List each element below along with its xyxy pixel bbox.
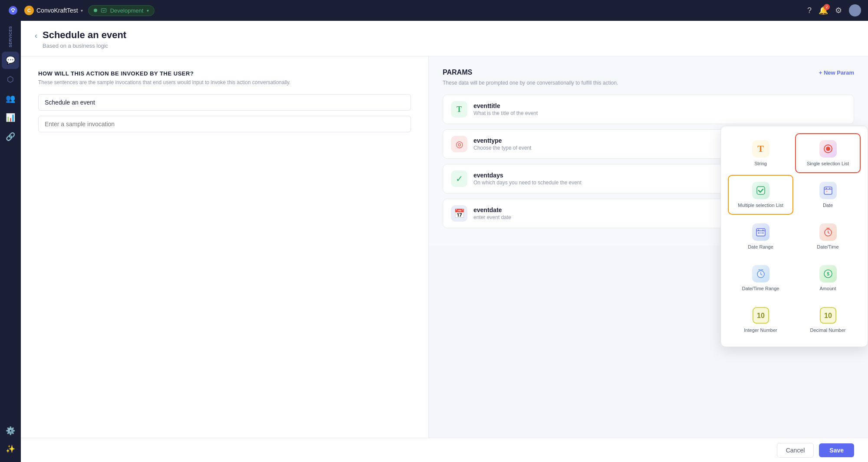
type-label-date-range: Date Range xyxy=(748,244,773,249)
type-item-decimal[interactable]: 10 Decimal Number xyxy=(795,300,861,340)
save-button[interactable]: Save xyxy=(819,443,854,457)
date-range-icon xyxy=(752,223,769,241)
svg-rect-5 xyxy=(757,187,765,194)
type-item-datetime[interactable]: Date/Time xyxy=(795,216,861,256)
sidebar-item-analytics[interactable]: 📊 xyxy=(2,109,19,126)
type-label-datetime: Date/Time xyxy=(817,244,838,249)
params-header: PARAMS + New Param xyxy=(443,69,854,76)
svg-rect-8 xyxy=(829,188,830,190)
env-icon xyxy=(101,7,107,13)
param-desc-eventdays: On which days you need to schedule the e… xyxy=(473,180,582,186)
param-icon-eventtitle: T xyxy=(451,101,467,118)
param-desc-eventtitle: What is the title of the event xyxy=(473,110,538,116)
param-info-eventtype: eventtype Choose the type of event xyxy=(473,137,531,151)
type-item-date[interactable]: Date xyxy=(795,175,861,215)
type-label-string: String xyxy=(754,161,767,166)
svg-rect-10 xyxy=(756,229,765,236)
sidebar-item-settings[interactable]: ⚙️ xyxy=(2,422,19,439)
svg-point-4 xyxy=(826,147,830,151)
invocation-input-1[interactable] xyxy=(38,94,411,111)
environment-badge[interactable]: Development ▾ xyxy=(88,5,155,16)
svg-point-9 xyxy=(826,191,827,192)
content-area: HOW WILL THIS ACTION BE INVOKED BY THE U… xyxy=(21,56,868,462)
type-label-decimal: Decimal Number xyxy=(810,328,846,333)
amount-icon: $ xyxy=(819,265,837,282)
bottom-bar: Cancel Save xyxy=(21,438,868,462)
sidebar: Services 💬 ⬡ 👥 📊 🔗 ⚙️ ✨ xyxy=(0,21,21,462)
new-param-button[interactable]: + New Param xyxy=(819,69,854,76)
svg-text:10: 10 xyxy=(824,312,832,319)
nav-right: ? 🔔 2 ⚙ xyxy=(807,4,861,16)
type-label-date: Date xyxy=(823,203,833,208)
type-item-string[interactable]: T String xyxy=(728,133,793,173)
back-button[interactable]: ‹ xyxy=(35,31,37,40)
integer-icon: 10 xyxy=(752,307,769,324)
param-icon-eventdays: ✓ xyxy=(451,170,467,187)
cancel-button[interactable]: Cancel xyxy=(777,443,814,458)
datetime-icon xyxy=(819,223,837,241)
page-header: ‹ Schedule an event Based on a business … xyxy=(21,21,868,56)
single-selection-icon xyxy=(819,140,837,157)
svg-rect-12 xyxy=(763,229,763,231)
params-desc: These data will be prompted one by one c… xyxy=(443,80,854,86)
type-item-integer[interactable]: 10 Integer Number xyxy=(728,300,793,340)
type-item-multi-selection[interactable]: Multiple selection List xyxy=(728,175,793,215)
top-nav: C ConvoKraftTest ▾ Development ▾ ? 🔔 2 ⚙ xyxy=(0,0,868,21)
param-icon-eventtype: ◎ xyxy=(451,136,467,152)
user-avatar[interactable] xyxy=(849,4,861,16)
svg-text:10: 10 xyxy=(757,312,765,319)
type-label-amount: Amount xyxy=(820,286,836,291)
sidebar-item-users[interactable]: 👥 xyxy=(2,90,19,107)
param-name-eventtype: eventtype xyxy=(473,137,531,144)
sidebar-section-top: Services 💬 ⬡ 👥 📊 🔗 xyxy=(0,24,21,146)
sidebar-item-ai[interactable]: ✨ xyxy=(2,440,19,458)
param-name-eventdate: eventdate xyxy=(473,206,511,213)
project-name[interactable]: C ConvoKraftTest ▾ xyxy=(24,6,83,15)
type-label-multi-selection: Multiple selection List xyxy=(738,203,783,208)
page-subtitle: Based on a business logic xyxy=(43,43,126,49)
svg-point-13 xyxy=(758,233,759,234)
svg-rect-2 xyxy=(101,9,106,12)
sidebar-section-bottom: ⚙️ ✨ xyxy=(2,421,19,459)
main-content: ‹ Schedule an event Based on a business … xyxy=(21,21,868,462)
left-panel: HOW WILL THIS ACTION BE INVOKED BY THE U… xyxy=(21,56,429,462)
datetime-range-icon xyxy=(752,265,769,282)
sidebar-item-chat[interactable]: 💬 xyxy=(2,52,19,69)
decimal-icon: 10 xyxy=(819,307,837,324)
type-item-amount[interactable]: $ Amount xyxy=(795,258,861,298)
type-item-single-selection[interactable]: Single selection List xyxy=(795,133,861,173)
svg-point-1 xyxy=(12,10,14,12)
right-panel-wrapper: PARAMS + New Param These data will be pr… xyxy=(429,56,868,462)
notifications-button[interactable]: 🔔 2 xyxy=(819,6,828,15)
sidebar-item-integrations[interactable]: 🔗 xyxy=(2,128,19,145)
help-button[interactable]: ? xyxy=(807,6,812,15)
param-name-eventtitle: eventtitle xyxy=(473,102,538,109)
svg-rect-11 xyxy=(758,229,759,231)
invocation-input-2[interactable] xyxy=(38,116,411,132)
param-info-eventdate: eventdate enter event date xyxy=(473,206,511,220)
param-desc-eventdate: enter event date xyxy=(473,214,511,220)
env-status-dot xyxy=(94,9,97,12)
string-icon: T xyxy=(752,140,769,157)
app-logo xyxy=(7,4,19,16)
type-label-integer: Integer Number xyxy=(744,328,777,333)
page-title: Schedule an event xyxy=(43,29,126,41)
settings-button[interactable]: ⚙ xyxy=(835,6,842,15)
type-picker-popup: T String Single selection List xyxy=(720,126,868,347)
env-label: Development xyxy=(110,7,144,14)
sidebar-item-code[interactable]: ⬡ xyxy=(2,71,19,88)
env-chevron-icon: ▾ xyxy=(147,8,149,13)
type-picker-grid: T String Single selection List xyxy=(728,133,861,340)
svg-rect-6 xyxy=(824,187,832,194)
sidebar-label: Services xyxy=(8,24,13,49)
type-item-datetime-range[interactable]: Date/Time Range xyxy=(728,258,793,298)
project-chevron-icon: ▾ xyxy=(81,8,83,13)
param-info-eventtitle: eventtitle What is the title of the even… xyxy=(473,102,538,116)
type-item-date-range[interactable]: Date Range xyxy=(728,216,793,256)
invocation-section-title: HOW WILL THIS ACTION BE INVOKED BY THE U… xyxy=(38,70,411,77)
svg-point-14 xyxy=(762,233,763,234)
nav-left: C ConvoKraftTest ▾ Development ▾ xyxy=(7,4,155,16)
param-item-eventtitle[interactable]: T eventtitle What is the title of the ev… xyxy=(443,95,854,124)
param-info-eventdays: eventdays On which days you need to sche… xyxy=(473,172,582,186)
svg-rect-7 xyxy=(826,188,827,190)
